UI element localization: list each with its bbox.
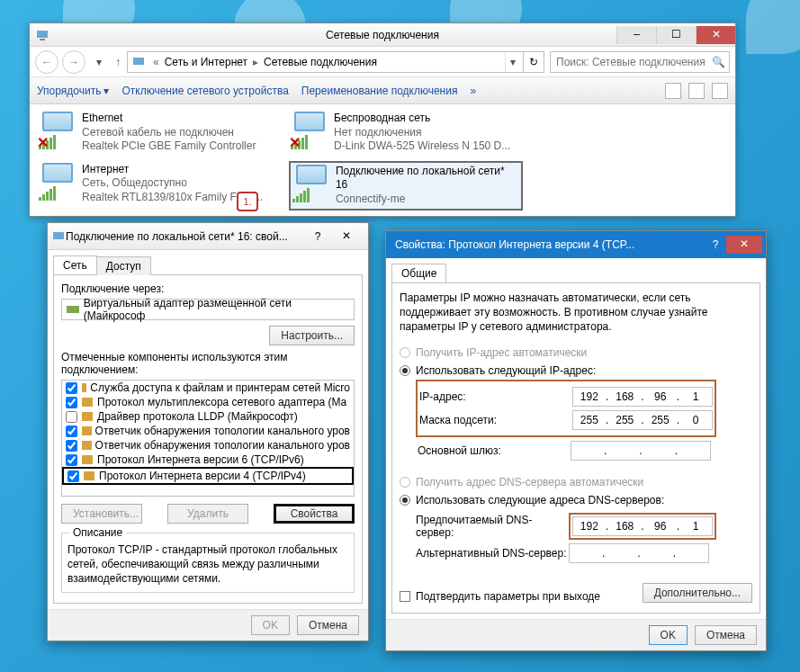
radio-use-dns[interactable]: Использовать следующие адреса DNS-сервер…	[400, 494, 752, 506]
view-details-button[interactable]	[688, 83, 705, 99]
connection-item[interactable]: ✕EthernetСетевой кабель не подключенReal…	[37, 110, 271, 156]
connection-item[interactable]: ИнтернетСеть, ОбщедоступноRealtek RTL813…	[37, 161, 271, 211]
radio-use-ip[interactable]: Использовать следующий IP-адрес:	[400, 364, 752, 377]
refresh-button[interactable]: ↻	[523, 51, 544, 73]
properties-button[interactable]: Свойства	[274, 504, 355, 524]
dialog-titlebar[interactable]: Свойства: Протокол Интернета версии 4 (T…	[386, 231, 766, 258]
component-item[interactable]: Протокол Интернета версии 6 (TCP/IPv6)	[62, 452, 354, 467]
toolbar-rename[interactable]: Переименование подключения	[301, 85, 458, 97]
nav-forward[interactable]: →	[62, 50, 85, 74]
octet[interactable]: 255	[644, 414, 677, 426]
chevron-right-icon: ▸	[249, 56, 262, 68]
octet[interactable]: 96	[644, 390, 677, 403]
toolbar-more-icon[interactable]: »	[470, 85, 476, 97]
breadcrumb[interactable]: « Сеть и Интернет ▸ Сетевые подключения …	[127, 51, 524, 73]
octet[interactable]: 255	[573, 414, 606, 426]
component-label: Протокол Интернета версии 4 (TCP/IPv4)	[99, 470, 306, 482]
ipv4-properties-dialog: Свойства: Протокол Интернета версии 4 (T…	[385, 230, 767, 651]
gateway-input[interactable]: ...	[571, 441, 711, 461]
titlebar[interactable]: Сетевые подключения – ☐ ✕	[30, 23, 735, 47]
tab-network[interactable]: Сеть	[53, 255, 97, 274]
octet[interactable]: 1	[679, 520, 712, 533]
component-item[interactable]: Протокол Интернета версии 4 (TCP/IPv4)	[62, 467, 354, 485]
close-button[interactable]: ✕	[328, 228, 364, 246]
connection-icon: ✕	[39, 112, 76, 149]
component-item[interactable]: Протокол мультиплексора сетевого адаптер…	[62, 395, 354, 409]
crumb-current[interactable]: Сетевые подключения	[262, 56, 379, 68]
help-button[interactable]: ?	[705, 238, 726, 251]
connection-item[interactable]: Подключение по локальной сети* 16Connect…	[289, 161, 523, 211]
octet[interactable]: 96	[644, 520, 677, 533]
octet[interactable]: 0	[679, 414, 712, 426]
component-checkbox[interactable]	[66, 397, 77, 408]
octet[interactable]: 192	[573, 390, 606, 403]
toolbar-organize[interactable]: Упорядочить ▾	[37, 85, 109, 97]
cancel-button[interactable]: Отмена	[297, 615, 359, 635]
view-icons-button[interactable]	[665, 83, 681, 99]
chevron-right-icon: «	[149, 56, 163, 68]
nav-history-dropdown[interactable]: ▾	[93, 56, 105, 68]
svg-rect-8	[82, 426, 92, 435]
component-checkbox[interactable]	[66, 454, 77, 466]
advanced-button[interactable]: Дополнительно...	[643, 583, 752, 603]
octet[interactable]: 255	[608, 414, 641, 426]
close-button[interactable]: ✕	[726, 236, 762, 254]
network-icon	[131, 55, 146, 69]
octet[interactable]: 1	[679, 390, 712, 403]
octet[interactable]: 168	[608, 390, 641, 403]
component-label: Ответчик обнаружения топологии канальног…	[95, 439, 350, 452]
gateway-label: Основной шлюз:	[418, 444, 571, 457]
remove-button[interactable]: Удалить	[167, 504, 248, 524]
nav-back[interactable]: ←	[35, 50, 58, 74]
subnet-mask-input[interactable]: 255.255.255.0	[572, 410, 713, 430]
radio-auto-dns[interactable]: Получить адрес DNS-сервера автоматически	[400, 476, 752, 488]
component-item[interactable]: Драйвер протокола LLDP (Майкрософт)	[62, 409, 354, 424]
dns1-input[interactable]: 192.168.96.1	[572, 516, 713, 536]
svg-rect-5	[82, 383, 86, 392]
dns2-input[interactable]: ...	[569, 543, 709, 563]
octet[interactable]: 192	[573, 520, 606, 533]
component-checkbox[interactable]	[66, 411, 77, 423]
adapter-icon	[66, 302, 80, 317]
search-input[interactable]	[554, 55, 712, 69]
help-button[interactable]	[712, 83, 728, 99]
connection-adapter: Connectify-me	[336, 193, 519, 207]
dialog-titlebar[interactable]: Подключение по локальной сети* 16: свой.…	[48, 223, 368, 250]
connection-item[interactable]: ✕Беспроводная сетьНет подключенияD-Link …	[289, 110, 523, 156]
toolbar: Упорядочить ▾ Отключение сетевого устрой…	[30, 77, 735, 104]
configure-button[interactable]: Настроить...	[269, 326, 355, 345]
component-checkbox[interactable]	[67, 470, 79, 482]
component-item[interactable]: Ответчик обнаружения топологии канальног…	[62, 438, 354, 452]
toolbar-disable[interactable]: Отключение сетевого устройства	[121, 85, 288, 97]
dialog-footer: OK Отмена	[48, 609, 368, 641]
component-item[interactable]: Ответчик обнаружения топологии канальног…	[62, 424, 354, 438]
svg-rect-4	[67, 306, 79, 313]
tab-general[interactable]: Общие	[391, 264, 446, 282]
connection-status: Нет подключения	[334, 126, 510, 140]
component-checkbox[interactable]	[66, 382, 77, 394]
component-checkbox[interactable]	[66, 440, 77, 452]
nav-up[interactable]: ↑	[109, 53, 127, 71]
breadcrumb-dropdown[interactable]: ▾	[505, 52, 519, 72]
ok-button[interactable]: OK	[251, 615, 290, 635]
component-checkbox[interactable]	[66, 426, 77, 437]
dialog-title: Свойства: Протокол Интернета версии 4 (T…	[390, 238, 705, 251]
search-box[interactable]: 🔍	[550, 51, 730, 73]
connection-icon	[292, 165, 330, 202]
crumb-root[interactable]: Сеть и Интернет	[163, 56, 249, 68]
svg-rect-9	[82, 441, 92, 450]
dialog-title: Подключение по локальной сети* 16: свой.…	[66, 230, 307, 243]
component-item[interactable]: Служба доступа к файлам и принтерам сете…	[62, 381, 354, 395]
adapter-combo[interactable]: Виртуальный адаптер размещенной сети (Ма…	[61, 299, 355, 320]
octet[interactable]: 168	[608, 520, 641, 533]
tab-access[interactable]: Доступ	[96, 256, 151, 275]
help-button[interactable]: ?	[307, 230, 328, 243]
components-list[interactable]: Служба доступа к файлам и принтерам сете…	[61, 380, 355, 497]
radio-auto-ip[interactable]: Получить IP-адрес автоматически	[400, 346, 752, 359]
cancel-button[interactable]: Отмена	[695, 625, 757, 645]
ip-address-input[interactable]: 192.168.96.1	[572, 387, 713, 407]
ok-button[interactable]: OK	[649, 625, 688, 645]
install-button[interactable]: Установить...	[61, 504, 142, 524]
validate-checkbox[interactable]: Подтвердить параметры при выходе	[400, 590, 600, 603]
protocol-icon	[81, 439, 92, 452]
